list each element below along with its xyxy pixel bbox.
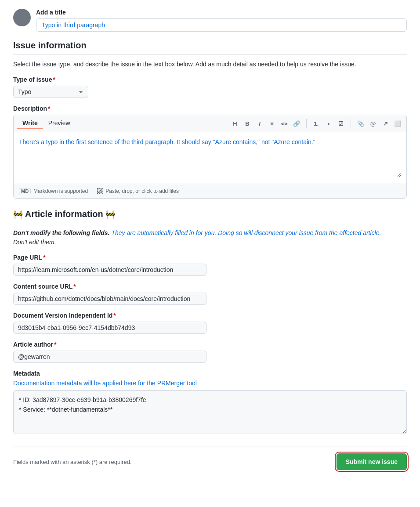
toolbar-divider-3	[351, 119, 351, 128]
reference-icon[interactable]: ↗	[380, 118, 391, 129]
bold-icon[interactable]: B	[242, 118, 253, 129]
article-author-input[interactable]	[13, 351, 206, 363]
hazard-right-icon: 🚧	[105, 210, 115, 219]
user-avatar	[13, 9, 31, 26]
ordered-list-icon[interactable]: 1.	[311, 118, 322, 129]
submit-button[interactable]: Submit new issue	[337, 453, 407, 470]
tab-write[interactable]: Write	[17, 118, 43, 129]
type-required: *	[53, 76, 55, 83]
content-source-input[interactable]	[13, 293, 206, 305]
article-author-field: Article author*	[13, 341, 407, 363]
issue-section-description: Select the issue type, and describe the …	[13, 60, 407, 69]
issue-information-section: Issue information Select the issue type,…	[13, 40, 407, 199]
doc-version-input[interactable]	[13, 322, 206, 334]
link-icon[interactable]: 🔗	[291, 118, 302, 129]
editor-body: There's a typo in the first sentence of …	[14, 132, 406, 184]
content-source-label: Content source URL*	[13, 283, 407, 290]
description-editor: Write Preview H B I ≡ <> 🔗 1. • ☑	[13, 115, 407, 199]
description-textarea[interactable]: There's a typo in the first sentence of …	[19, 138, 401, 177]
toolbar-divider-1	[82, 119, 82, 128]
markdown-icon: MD	[19, 188, 31, 194]
markdown-support-item: MD Markdown is supported	[19, 188, 88, 194]
page-footer: Fields marked with an asterisk (*) are r…	[13, 446, 407, 470]
toolbar-divider-2	[306, 119, 307, 128]
task-list-icon[interactable]: ☑	[336, 118, 346, 129]
quote-icon[interactable]: ≡	[267, 118, 277, 129]
code-icon[interactable]: <>	[279, 118, 290, 129]
hazard-left-icon: 🚧	[13, 210, 23, 219]
editor-toolbar: Write Preview H B I ≡ <> 🔗 1. • ☑	[14, 115, 406, 132]
saved-replies-icon[interactable]: ⬜	[392, 118, 403, 129]
type-of-issue-field: Type of issue* Typo Factual error Missin…	[13, 76, 407, 98]
metadata-field: Metadata Documentation metadata will be …	[13, 370, 407, 435]
page-url-input[interactable]	[13, 264, 206, 276]
italic-icon[interactable]: I	[254, 118, 265, 129]
metadata-textarea[interactable]: * ID: 3ad87897-30cc-e639-b91a-b3800269f7…	[13, 390, 407, 434]
editor-footer: MD Markdown is supported 🖼 Paste, drop, …	[14, 184, 406, 198]
article-information-section: 🚧 Article information 🚧 Don't modify the…	[13, 209, 407, 435]
attach-icon[interactable]: 📎	[355, 118, 366, 129]
editor-tabs: Write Preview	[17, 118, 76, 129]
article-author-label: Article author*	[13, 341, 407, 348]
type-label: Type of issue*	[13, 76, 407, 83]
article-section-title: 🚧 Article information 🚧	[13, 209, 407, 223]
heading-icon[interactable]: H	[230, 118, 240, 129]
page-url-label: Page URL*	[13, 254, 407, 261]
unordered-list-icon[interactable]: •	[323, 118, 334, 129]
doc-version-label: Document Version Independent Id*	[13, 312, 407, 319]
warning-text: Don't modify the following fields. They …	[13, 228, 407, 247]
description-label: Description*	[13, 105, 407, 112]
metadata-label: Metadata	[13, 370, 407, 377]
markdown-support-text: Markdown is supported	[33, 188, 88, 194]
image-icon: 🖼	[97, 188, 103, 195]
content-source-field: Content source URL*	[13, 283, 407, 305]
metadata-link[interactable]: Documentation metadata will be applied h…	[13, 380, 407, 387]
description-required: *	[48, 105, 50, 112]
mention-icon[interactable]: @	[368, 118, 378, 129]
type-select[interactable]: Typo Factual error Missing information O…	[13, 86, 88, 98]
doc-version-field: Document Version Independent Id*	[13, 312, 407, 334]
tab-preview[interactable]: Preview	[43, 118, 76, 129]
footer-note: Fields marked with an asterisk (*) are r…	[13, 459, 132, 465]
title-input[interactable]	[36, 18, 407, 32]
title-label: Add a title	[36, 9, 407, 16]
file-upload-item[interactable]: 🖼 Paste, drop, or click to add files	[97, 188, 179, 195]
toolbar-icons: H B I ≡ <> 🔗 1. • ☑ 📎 @ ↗ ⬜	[85, 118, 403, 129]
file-upload-text: Paste, drop, or click to add files	[105, 188, 179, 194]
description-field: Description* Write Preview H B I ≡ <>	[13, 105, 407, 199]
page-url-field: Page URL*	[13, 254, 407, 276]
issue-section-title: Issue information	[13, 40, 407, 54]
